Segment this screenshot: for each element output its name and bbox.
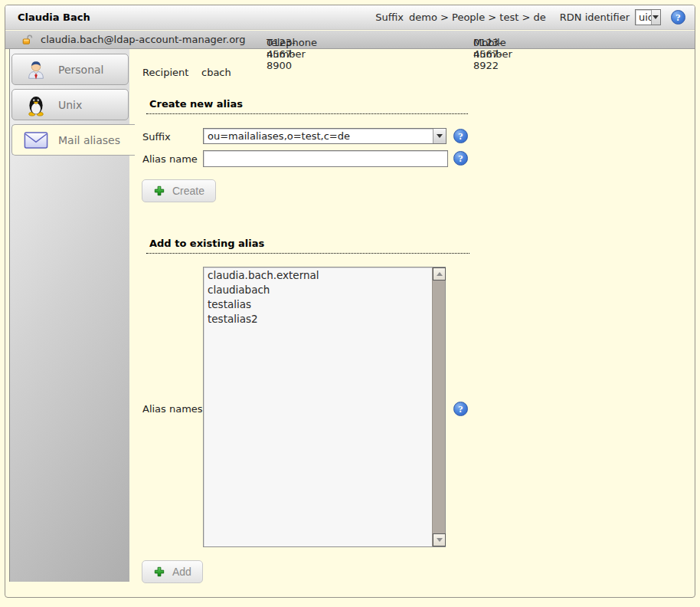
alias-listbox[interactable]: claudia.bach.externalclaudiabachtestalia… (203, 267, 446, 547)
help-icon-alias-names[interactable]: ? (453, 402, 468, 416)
suffix-select-value: ou=mailaliases,o=test,c=de (204, 129, 433, 143)
help-icon-rdn[interactable]: ? (671, 10, 685, 25)
green-plus-icon (153, 566, 165, 578)
mobile-value: 0123-4567-8922 (473, 37, 502, 71)
module-tab-sidebar: Personal Unix (9, 49, 129, 582)
create-button[interactable]: Create (142, 179, 216, 202)
title-bar: Claudia Bach Suffix demo > People > test… (5, 5, 695, 30)
suffix-field-label: Suffix (142, 131, 171, 143)
tab-unix-label: Unix (58, 99, 82, 111)
scroll-up-icon[interactable] (433, 267, 446, 281)
rdn-identifier-value: uid (636, 10, 651, 25)
recipient-value: cbach (201, 67, 231, 78)
page-title: Claudia Bach (15, 11, 90, 23)
tab-personal-label: Personal (58, 64, 104, 76)
alias-option[interactable]: testalias (204, 297, 432, 312)
create-button-label: Create (172, 185, 204, 197)
add-button-label: Add (172, 566, 191, 578)
tab-mail-aliases-label: Mail aliases (58, 134, 120, 146)
chevron-down-icon[interactable] (433, 129, 446, 143)
suffix-breadcrumb-label: Suffix (375, 11, 404, 23)
person-icon (24, 57, 48, 82)
telephone-value: 0123-4567-8900 (267, 37, 296, 71)
alias-name-label: Alias name (142, 153, 198, 165)
tab-personal[interactable]: Personal (11, 54, 129, 85)
section-title-add-to-existing-alias: Add to existing alias (146, 238, 469, 254)
scroll-down-icon[interactable] (433, 533, 446, 546)
recipient-label: Recipient (142, 67, 188, 78)
listbox-scrollbar[interactable] (432, 267, 445, 546)
help-icon-suffix[interactable]: ? (453, 129, 468, 143)
section-title-create-new-alias: Create new alias (146, 98, 468, 114)
suffix-select[interactable]: ou=mailaliases,o=test,c=de (203, 128, 446, 144)
user-email: claudia.bach@ldap-account-manager.org (41, 34, 245, 45)
tab-unix[interactable]: Unix (11, 89, 129, 120)
rdn-identifier-label: RDN identifier (560, 11, 630, 23)
add-button[interactable]: Add (142, 560, 203, 583)
alias-option[interactable]: testalias2 (204, 312, 432, 326)
info-bar: claudia.bach@ldap-account-manager.org Te… (5, 31, 695, 49)
tab-mail-aliases[interactable]: Mail aliases (11, 124, 135, 156)
rdn-identifier-select[interactable]: uid (635, 9, 661, 25)
alias-listbox-items: claudia.bach.externalclaudiabachtestalia… (204, 268, 432, 546)
account-window: Claudia Bach Suffix demo > People > test… (5, 5, 695, 598)
chevron-down-icon[interactable] (651, 10, 660, 25)
alias-option[interactable]: claudiabach (204, 283, 432, 297)
suffix-breadcrumb-value: demo > People > test > de (409, 11, 546, 23)
alias-name-input[interactable] (203, 150, 448, 167)
tux-penguin-icon (24, 93, 48, 117)
unlock-icon (21, 34, 34, 46)
envelope-icon (24, 128, 48, 153)
alias-option[interactable]: claudia.bach.external (204, 268, 432, 283)
green-plus-icon (153, 185, 165, 197)
alias-names-label: Alias names (142, 403, 203, 415)
help-icon-alias-name[interactable]: ? (453, 151, 468, 166)
